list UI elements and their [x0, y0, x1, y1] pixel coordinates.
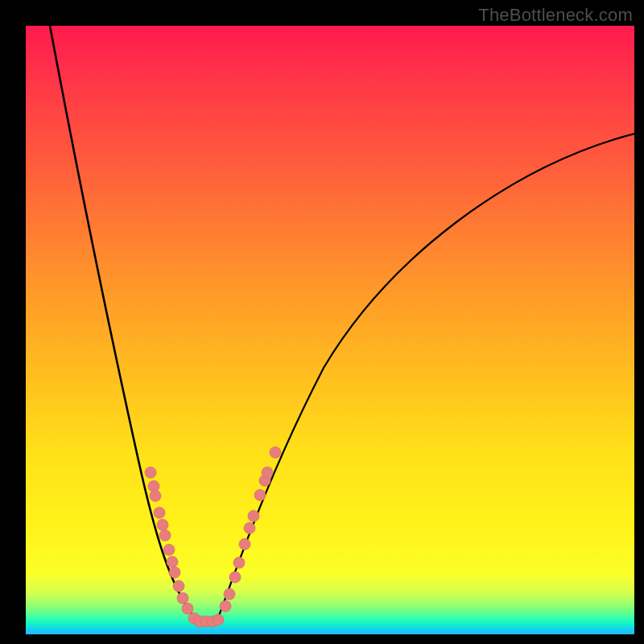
svg-point-23 — [248, 510, 259, 522]
svg-point-8 — [169, 567, 180, 578]
attribution-label: TheBottleneck.com — [478, 5, 633, 26]
svg-point-3 — [154, 507, 165, 518]
svg-point-10 — [177, 592, 188, 604]
svg-point-25 — [259, 475, 270, 486]
svg-point-16 — [213, 614, 224, 625]
svg-point-18 — [224, 588, 235, 600]
svg-point-6 — [163, 544, 175, 555]
svg-point-11 — [182, 603, 193, 614]
svg-point-0 — [145, 467, 156, 478]
left-curve — [50, 26, 196, 620]
right-curve — [217, 134, 634, 620]
svg-point-24 — [254, 489, 266, 501]
svg-point-12 — [188, 613, 200, 624]
svg-point-14 — [200, 616, 212, 627]
svg-point-2 — [150, 490, 161, 502]
chart-frame: TheBottleneck.com — [0, 0, 644, 644]
svg-point-27 — [270, 447, 281, 458]
svg-point-17 — [220, 601, 231, 612]
curves-layer — [26, 26, 634, 634]
svg-point-5 — [159, 530, 171, 541]
svg-point-15 — [207, 616, 218, 627]
svg-point-26 — [262, 467, 273, 478]
svg-point-22 — [244, 522, 255, 534]
svg-point-7 — [167, 556, 178, 568]
svg-point-9 — [173, 580, 184, 592]
svg-point-21 — [239, 539, 250, 550]
plot-area — [26, 26, 634, 634]
svg-point-19 — [229, 572, 241, 583]
valley-floor — [196, 620, 217, 621]
svg-point-20 — [233, 557, 245, 568]
svg-point-4 — [157, 519, 168, 530]
dot-cluster — [145, 447, 281, 627]
svg-point-13 — [194, 616, 205, 627]
svg-point-1 — [148, 481, 159, 492]
